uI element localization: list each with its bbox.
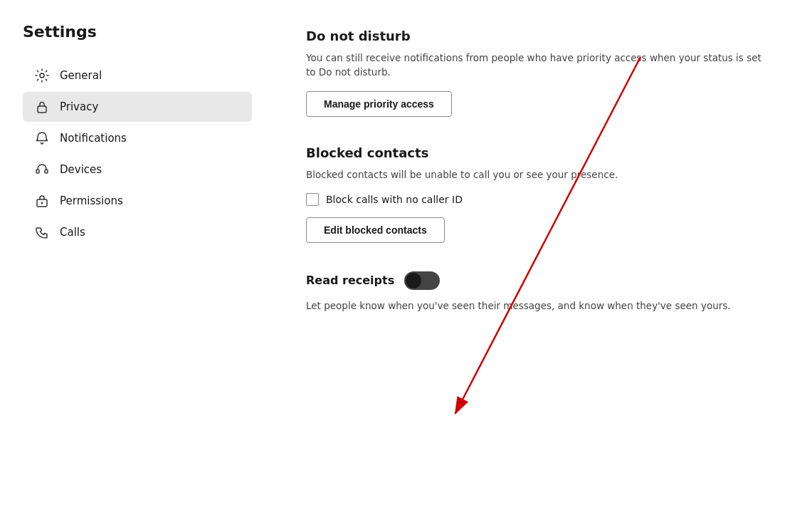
blocked-description: Blocked contacts will be unable to call …	[306, 167, 769, 182]
sidebar-item-permissions[interactable]: Permissions	[23, 186, 252, 216]
read-receipts-section: Read receipts Let people know when you'v…	[306, 271, 769, 313]
gear-icon	[34, 68, 50, 83]
edit-blocked-contacts-button[interactable]: Edit blocked contacts	[306, 217, 445, 243]
sidebar-item-calls[interactable]: Calls	[23, 217, 252, 247]
main-wrapper: Do not disturb You can still receive not…	[263, 0, 812, 520]
sidebar-item-label: Devices	[60, 163, 102, 176]
manage-priority-button[interactable]: Manage priority access	[306, 91, 452, 117]
bell-icon	[34, 130, 50, 146]
read-receipts-description: Let people know when you've seen their m…	[306, 298, 769, 313]
sidebar-item-label: Permissions	[60, 194, 123, 207]
permissions-icon	[34, 193, 50, 209]
headset-icon	[34, 162, 50, 177]
sidebar-item-label: Notifications	[60, 132, 127, 145]
phone-icon	[34, 224, 50, 240]
main-content: Do not disturb You can still receive not…	[263, 0, 812, 367]
sidebar-item-label: Calls	[60, 226, 85, 239]
svg-point-0	[40, 73, 44, 78]
sidebar: Settings General Privacy Notifications	[0, 0, 263, 520]
sidebar-item-label: General	[60, 69, 102, 82]
page-title: Settings	[23, 23, 252, 41]
dnd-description: You can still receive notifications from…	[306, 51, 769, 80]
sidebar-item-label: Privacy	[60, 100, 98, 113]
dnd-title: Do not disturb	[306, 28, 769, 43]
svg-rect-1	[38, 106, 46, 113]
blocked-section: Blocked contacts Blocked contacts will b…	[306, 145, 769, 246]
sidebar-item-general[interactable]: General	[23, 61, 252, 90]
sidebar-item-notifications[interactable]: Notifications	[23, 123, 252, 153]
block-calls-checkbox[interactable]	[306, 193, 319, 206]
read-receipts-toggle[interactable]	[404, 271, 440, 290]
lock-icon	[34, 99, 50, 115]
block-calls-row: Block calls with no caller ID	[306, 193, 769, 206]
read-receipts-row: Read receipts	[306, 271, 769, 290]
toggle-knob	[406, 273, 421, 288]
svg-rect-3	[45, 170, 48, 173]
block-calls-label: Block calls with no caller ID	[326, 194, 463, 205]
blocked-title: Blocked contacts	[306, 145, 769, 160]
read-receipts-label: Read receipts	[306, 274, 394, 287]
dnd-section: Do not disturb You can still receive not…	[306, 28, 769, 120]
sidebar-item-privacy[interactable]: Privacy	[23, 92, 252, 122]
sidebar-item-devices[interactable]: Devices	[23, 155, 252, 184]
svg-point-5	[41, 202, 43, 204]
svg-rect-2	[36, 170, 39, 173]
